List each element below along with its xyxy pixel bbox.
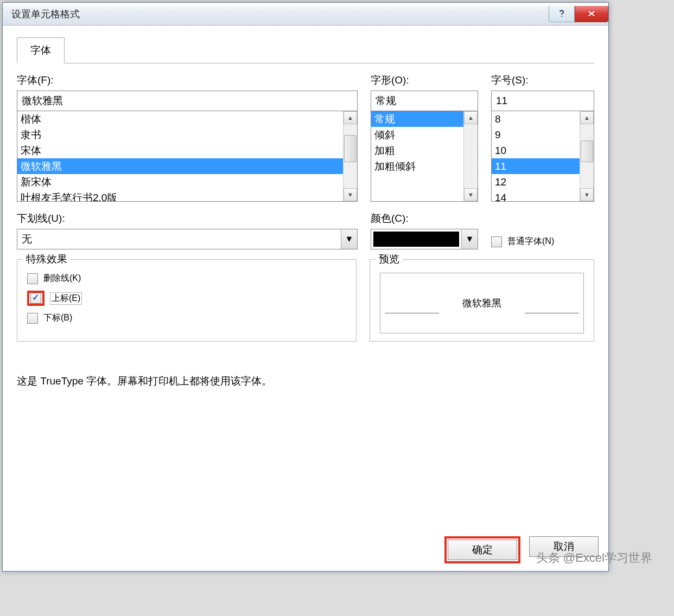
scroll-down-icon[interactable]: ▼ <box>464 188 478 201</box>
chevron-down-icon[interactable]: ▼ <box>341 229 357 249</box>
effects-fieldset: 特殊效果 删除线(K) 上标(E) 下标(B) <box>17 259 357 342</box>
ok-button[interactable]: 确定 <box>448 540 517 560</box>
superscript-checkbox[interactable] <box>30 293 41 304</box>
watermark-text: 头条 @Excel学习世界 <box>536 550 652 566</box>
subscript-label: 下标(B) <box>43 312 72 324</box>
checkbox-icon <box>27 313 38 324</box>
underline-column: 下划线(U): 无 ▼ <box>17 211 358 249</box>
list-item[interactable]: 加粗倾斜 <box>371 158 463 174</box>
close-button[interactable] <box>575 6 608 22</box>
style-label: 字形(O): <box>371 73 478 87</box>
chevron-down-icon[interactable]: ▼ <box>461 229 478 249</box>
underline-color-row: 下划线(U): 无 ▼ 颜色(C): ▼ 普通字体(N) <box>17 211 594 249</box>
size-column: 字号(S): 8 9 10 11 12 14 ▲ ▼ <box>491 73 594 202</box>
list-item[interactable]: 微软雅黑 <box>17 158 343 174</box>
preview-baseline <box>385 313 439 313</box>
scroll-down-icon[interactable]: ▼ <box>344 188 357 201</box>
checkbox-icon <box>27 273 38 284</box>
style-listbox[interactable]: 常规 倾斜 加粗 加粗倾斜 ▲ ▼ <box>371 111 478 202</box>
normal-font-checkbox[interactable]: 普通字体(N) <box>491 236 554 247</box>
scrollbar[interactable]: ▲ ▼ <box>580 111 594 201</box>
list-item[interactable]: 10 <box>492 143 580 158</box>
style-input[interactable] <box>371 91 478 111</box>
svg-point-0 <box>561 16 562 17</box>
underline-value: 无 <box>17 229 341 249</box>
normal-font-column: 普通字体(N) <box>491 211 594 249</box>
list-item[interactable]: 新宋体 <box>17 174 343 190</box>
strikethrough-checkbox[interactable]: 删除线(K) <box>27 270 346 287</box>
superscript-row: 上标(E) <box>27 287 346 309</box>
font-input[interactable] <box>17 91 358 111</box>
dialog-title: 设置单元格格式 <box>3 8 80 21</box>
strikethrough-label: 删除线(K) <box>43 273 81 284</box>
preview-legend: 预览 <box>376 252 403 266</box>
scroll-thumb[interactable] <box>344 135 357 162</box>
scroll-up-icon[interactable]: ▲ <box>464 111 478 124</box>
close-icon <box>587 10 596 17</box>
preview-box: 微软雅黑 <box>380 273 584 333</box>
size-input[interactable] <box>491 91 594 111</box>
list-item[interactable]: 常规 <box>371 111 463 127</box>
format-cells-dialog: 设置单元格格式 字体 字体(F): 楷体 隶书 宋体 <box>2 2 609 572</box>
list-item[interactable]: 12 <box>492 174 580 190</box>
tab-font[interactable]: 字体 <box>17 37 65 63</box>
tab-strip: 字体 <box>17 37 594 63</box>
effects-legend: 特殊效果 <box>23 252 71 266</box>
underline-dropdown[interactable]: 无 ▼ <box>17 229 358 249</box>
scroll-thumb[interactable] <box>581 140 593 162</box>
list-item[interactable]: 加粗 <box>371 143 463 158</box>
scrollbar[interactable]: ▲ ▼ <box>343 111 357 201</box>
list-item[interactable]: 隶书 <box>17 127 343 143</box>
preview-baseline <box>525 313 579 313</box>
checkbox-icon <box>491 236 502 247</box>
size-label: 字号(S): <box>491 73 594 87</box>
font-column: 字体(F): 楷体 隶书 宋体 微软雅黑 新宋体 叶根友毛笔行书2.0版 ▲ ▼ <box>17 73 358 202</box>
preview-fieldset: 预览 微软雅黑 <box>370 259 594 342</box>
style-column: 字形(O): 常规 倾斜 加粗 加粗倾斜 ▲ ▼ <box>371 73 478 202</box>
scroll-down-icon[interactable]: ▼ <box>580 188 594 201</box>
size-listbox[interactable]: 8 9 10 11 12 14 ▲ ▼ <box>491 111 594 202</box>
normal-font-label: 普通字体(N) <box>507 236 554 247</box>
font-listbox[interactable]: 楷体 隶书 宋体 微软雅黑 新宋体 叶根友毛笔行书2.0版 ▲ ▼ <box>17 111 358 202</box>
color-dropdown[interactable]: ▼ <box>371 229 478 249</box>
font-label: 字体(F): <box>17 73 358 87</box>
scroll-up-icon[interactable]: ▲ <box>580 111 594 124</box>
list-item[interactable]: 叶根友毛笔行书2.0版 <box>17 190 343 202</box>
window-controls <box>549 6 608 22</box>
list-item[interactable]: 倾斜 <box>371 127 463 143</box>
list-item[interactable]: 9 <box>492 127 580 143</box>
list-item[interactable]: 14 <box>492 190 580 202</box>
list-item[interactable]: 11 <box>492 158 580 174</box>
titlebar: 设置单元格格式 <box>3 3 608 25</box>
scrollbar[interactable]: ▲ ▼ <box>463 111 478 201</box>
list-item[interactable]: 8 <box>492 111 580 127</box>
color-swatch <box>373 232 459 247</box>
superscript-label[interactable]: 上标(E) <box>50 292 82 305</box>
highlight-annotation <box>27 291 44 306</box>
list-item[interactable]: 宋体 <box>17 143 343 158</box>
highlight-annotation: 确定 <box>444 536 520 563</box>
color-label: 颜色(C): <box>371 211 478 226</box>
help-icon <box>557 9 566 18</box>
list-item[interactable]: 楷体 <box>17 111 343 127</box>
preview-sample: 微软雅黑 <box>462 297 501 310</box>
help-button[interactable] <box>549 6 575 22</box>
effects-preview-row: 特殊效果 删除线(K) 上标(E) 下标(B) 预览 <box>17 259 594 342</box>
font-style-size-row: 字体(F): 楷体 隶书 宋体 微软雅黑 新宋体 叶根友毛笔行书2.0版 ▲ ▼ <box>17 73 594 202</box>
color-column: 颜色(C): ▼ <box>371 211 478 249</box>
dialog-content: 字体 字体(F): 楷体 隶书 宋体 微软雅黑 新宋体 叶根友毛笔行书2.0版 <box>3 25 608 394</box>
truetype-note: 这是 TrueType 字体。屏幕和打印机上都将使用该字体。 <box>17 374 594 388</box>
underline-label: 下划线(U): <box>17 211 358 226</box>
scroll-up-icon[interactable]: ▲ <box>344 111 357 124</box>
subscript-checkbox[interactable]: 下标(B) <box>27 309 346 327</box>
